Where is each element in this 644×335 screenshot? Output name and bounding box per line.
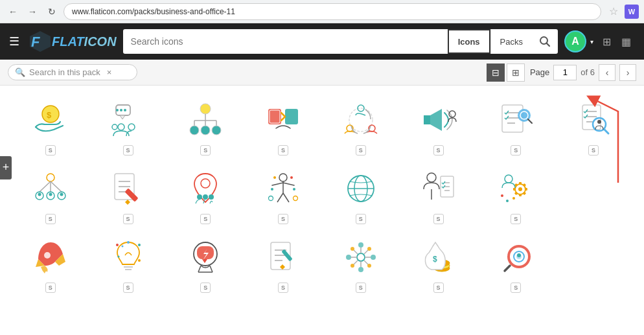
svg-text:$: $ (433, 255, 437, 264)
pack-search-clear[interactable]: × (107, 67, 112, 77)
page-input[interactable] (553, 65, 577, 80)
icon-cell[interactable]: S (13, 161, 88, 227)
svg-point-12 (128, 124, 135, 130)
icon-cell[interactable]: S (556, 92, 631, 158)
svg-point-56 (60, 193, 63, 196)
sub-toolbar: 🔍 Search in this pack × ⊟ ⊞ Page of 6 ‹ … (0, 60, 644, 86)
list-view-button[interactable]: ▦ (617, 32, 635, 51)
icon-cell[interactable]: $ S (13, 92, 88, 158)
icon-cell[interactable]: S (401, 92, 476, 158)
icons-grid: $ S (13, 92, 631, 295)
icon-cell[interactable] (556, 161, 631, 227)
icon-cell[interactable]: S (323, 161, 398, 227)
svg-point-71 (273, 176, 276, 179)
icon-badge: S (511, 283, 521, 293)
svg-line-113 (198, 266, 201, 272)
grid-view-button[interactable]: ⊞ (597, 32, 615, 51)
icon-image (571, 97, 616, 143)
prev-page-button[interactable]: ‹ (599, 64, 615, 81)
tab-packs[interactable]: Packs (490, 29, 532, 54)
icon-cell[interactable]: S (91, 92, 166, 158)
icon-cell[interactable]: S (246, 92, 321, 158)
icon-image (260, 97, 306, 143)
svg-point-108 (117, 256, 119, 258)
site-header: ☰ F FLATICON Icons Packs A ▾ ⊞ ▦ (0, 23, 644, 60)
svg-line-149 (505, 266, 510, 271)
svg-point-133 (346, 255, 351, 260)
icon-image (260, 166, 306, 211)
svg-point-105 (138, 259, 141, 262)
hamburger-icon[interactable]: ☰ (9, 34, 19, 49)
icon-image (338, 166, 384, 211)
icon-cell[interactable]: S (91, 229, 166, 295)
icon-image (493, 97, 538, 143)
svg-point-132 (358, 267, 363, 272)
icon-cell[interactable]: S (479, 229, 554, 295)
svg-line-129 (364, 250, 368, 254)
svg-marker-111 (202, 259, 207, 263)
icon-cell[interactable]: S (246, 229, 321, 295)
tab-icons[interactable]: Icons (448, 29, 490, 54)
user-menu-chevron[interactable]: ▾ (590, 38, 593, 45)
search-icon (539, 36, 551, 47)
icon-badge: S (200, 214, 211, 224)
icon-cell[interactable]: $ $ S (401, 229, 476, 295)
svg-point-66 (209, 194, 214, 200)
icon-cell[interactable]: S (323, 92, 398, 158)
pack-search-icon: 🔍 (15, 67, 25, 77)
icon-cell[interactable]: S (401, 161, 476, 227)
svg-point-54 (38, 193, 41, 196)
forward-button[interactable]: → (25, 4, 40, 19)
back-button[interactable]: ← (5, 4, 21, 19)
icon-cell[interactable]: S (168, 92, 244, 158)
search-input[interactable] (123, 36, 448, 47)
icon-image (106, 97, 151, 143)
address-bar[interactable]: www.flaticon.com/packs/business-and-offi… (63, 3, 601, 20)
page-label: Page (530, 67, 549, 77)
icon-image (571, 166, 616, 211)
icon-badge: S (511, 145, 521, 156)
svg-marker-7 (120, 115, 125, 119)
icon-image (183, 235, 228, 280)
icon-cell[interactable]: S (168, 229, 244, 295)
icon-badge: S (278, 214, 288, 224)
add-button[interactable]: + (0, 156, 12, 179)
reload-button[interactable]: ↻ (44, 4, 60, 19)
large-grid-btn[interactable]: ⊟ (487, 64, 505, 82)
icon-cell[interactable]: S (91, 161, 166, 227)
small-grid-btn[interactable]: ⊞ (507, 64, 525, 82)
bookmark-icon[interactable]: ☆ (609, 5, 618, 17)
icon-cell[interactable]: S (246, 161, 321, 227)
user-avatar[interactable]: A (564, 30, 586, 52)
content-view-toggle: ⊟ ⊞ (487, 64, 525, 82)
icon-badge: S (433, 145, 444, 156)
svg-rect-23 (268, 109, 281, 124)
logo[interactable]: F FLATICON (29, 30, 117, 53)
icon-image: $ (28, 97, 73, 143)
icon-badge: S (433, 283, 444, 293)
svg-line-69 (277, 193, 283, 202)
next-page-button[interactable]: › (619, 64, 636, 81)
extension-icon: W (625, 5, 639, 19)
icon-cell[interactable]: S (479, 92, 554, 158)
svg-point-67 (279, 174, 287, 181)
svg-point-21 (201, 126, 210, 135)
svg-point-122 (357, 253, 365, 261)
svg-point-9 (120, 109, 122, 111)
main-content: + $ S (0, 86, 644, 302)
icon-cell[interactable]: S (168, 161, 244, 227)
logo-icon: F (29, 30, 52, 53)
icon-badge: S (356, 145, 366, 156)
svg-line-48 (40, 181, 51, 192)
svg-point-74 (293, 188, 295, 191)
svg-rect-89 (523, 183, 527, 187)
icon-cell[interactable]: S (479, 161, 554, 227)
svg-line-114 (210, 266, 213, 272)
search-button[interactable] (532, 29, 558, 54)
icon-cell[interactable]: S (13, 229, 88, 295)
icon-image (28, 166, 73, 211)
svg-point-13 (112, 124, 117, 130)
icon-cell[interactable]: S (323, 229, 398, 295)
user-area: A ▾ ⊞ ▦ (564, 30, 635, 52)
icon-image: $ $ (416, 235, 461, 280)
